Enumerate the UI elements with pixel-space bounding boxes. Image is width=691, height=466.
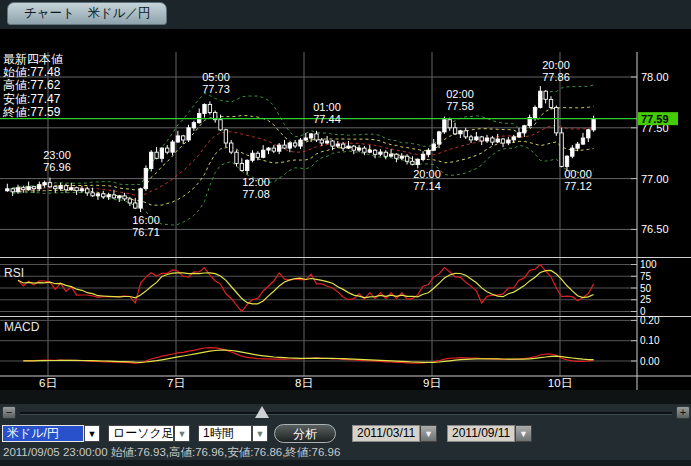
annotation-price: 77.73 bbox=[202, 83, 230, 95]
x-axis-tick: 9日 bbox=[423, 377, 441, 389]
period-select[interactable]: 1時間 bbox=[198, 425, 252, 442]
rsi-axis-tick: 100 bbox=[640, 259, 657, 270]
rsi-panel-label: RSI bbox=[4, 266, 24, 280]
macd-axis-tick: 0.20 bbox=[640, 315, 660, 326]
annotation-price: 77.08 bbox=[242, 188, 270, 200]
chart-style-select[interactable]: ローソク足 bbox=[108, 425, 174, 442]
annotation-price: 77.86 bbox=[542, 71, 570, 83]
chart-style-select-arrow[interactable]: ▼ bbox=[174, 425, 190, 442]
annotation-time: 01:00 bbox=[313, 101, 341, 113]
zoom-in-button[interactable]: + bbox=[676, 406, 690, 419]
date-from-select[interactable]: 2011/03/11 bbox=[352, 425, 420, 442]
zoom-slider-track[interactable] bbox=[20, 412, 672, 415]
rsi-axis-tick: 50 bbox=[640, 283, 652, 294]
rsi-axis-tick: 25 bbox=[640, 294, 652, 305]
bottom-strip bbox=[0, 460, 691, 466]
status-bar: 2011/09/05 23:00:00 始値:76.93,高値:76.96,安値… bbox=[3, 445, 340, 460]
macd-axis-tick: 0.10 bbox=[640, 335, 660, 346]
price-chart-canvas: 78.0077.5077.0076.5077.5910075502500.200… bbox=[0, 52, 691, 390]
annotation-time: 16:00 bbox=[132, 214, 160, 226]
zoom-slider-thumb[interactable] bbox=[255, 406, 269, 418]
pair-select[interactable]: 米ドル/円 bbox=[2, 425, 84, 442]
annotation-time: 05:00 bbox=[202, 71, 230, 83]
annotation-price: 76.96 bbox=[43, 161, 71, 173]
pair-select-arrow[interactable]: ▼ bbox=[84, 425, 100, 442]
x-axis-tick: 6日 bbox=[39, 377, 57, 389]
current-price-value: 77.59 bbox=[641, 113, 669, 125]
x-axis-tick: 8日 bbox=[295, 377, 313, 389]
date-to-select-arrow[interactable]: ▼ bbox=[515, 425, 532, 442]
annotation-time: 20:00 bbox=[542, 59, 570, 71]
annotation-time: 23:00 bbox=[43, 149, 71, 161]
tab-bar: チャート 米ドル／円 bbox=[0, 0, 691, 30]
price-axis-tick: 76.50 bbox=[641, 223, 669, 235]
price-axis-tick: 78.00 bbox=[641, 71, 669, 83]
x-axis-tick: 7日 bbox=[167, 377, 185, 389]
x-axis-tick: 10日 bbox=[548, 377, 572, 389]
annotation-price: 77.14 bbox=[413, 180, 441, 192]
annotation-price: 76.71 bbox=[132, 226, 160, 238]
tab-chart-usdjpy[interactable]: チャート 米ドル／円 bbox=[7, 2, 167, 25]
date-to-select[interactable]: 2011/09/11 bbox=[447, 425, 515, 442]
quote-low: 安値:77.47 bbox=[3, 93, 63, 106]
quote-high: 高値:77.62 bbox=[3, 79, 63, 92]
zoom-out-button[interactable]: − bbox=[2, 406, 16, 419]
period-select-arrow[interactable]: ▼ bbox=[252, 425, 268, 442]
macd-axis-tick: 0.00 bbox=[640, 356, 660, 367]
macd-panel-label: MACD bbox=[4, 320, 40, 334]
rsi-axis-tick: 75 bbox=[640, 271, 652, 282]
date-from-select-arrow[interactable]: ▼ bbox=[420, 425, 437, 442]
annotation-price: 77.58 bbox=[446, 100, 474, 112]
annotation-time: 00:00 bbox=[564, 168, 592, 180]
annotation-price: 77.44 bbox=[313, 113, 341, 125]
chart-window: チャート 米ドル／円 チャート 米ドル／円 ローソク足 1時間 ボリンジャーバン… bbox=[0, 0, 691, 466]
annotation-time: 02:00 bbox=[446, 88, 474, 100]
annotation-time: 20:00 bbox=[413, 168, 441, 180]
title-bar: チャート 米ドル／円 ローソク足 1時間 ボリンジャーバンド RSI MACD … bbox=[0, 29, 691, 52]
chart-scrollbar: ◀ ▶ bbox=[0, 390, 691, 404]
quote-close: 終値:77.59 bbox=[3, 106, 63, 119]
price-axis-tick: 77.00 bbox=[641, 173, 669, 185]
annotation-time: 12:00 bbox=[242, 176, 270, 188]
analyze-button[interactable]: 分析 bbox=[274, 424, 336, 443]
quote-panel: 最新四本値 始値:77.48 高値:77.62 安値:77.47 終値:77.5… bbox=[3, 53, 63, 119]
annotation-price: 77.12 bbox=[564, 180, 592, 192]
